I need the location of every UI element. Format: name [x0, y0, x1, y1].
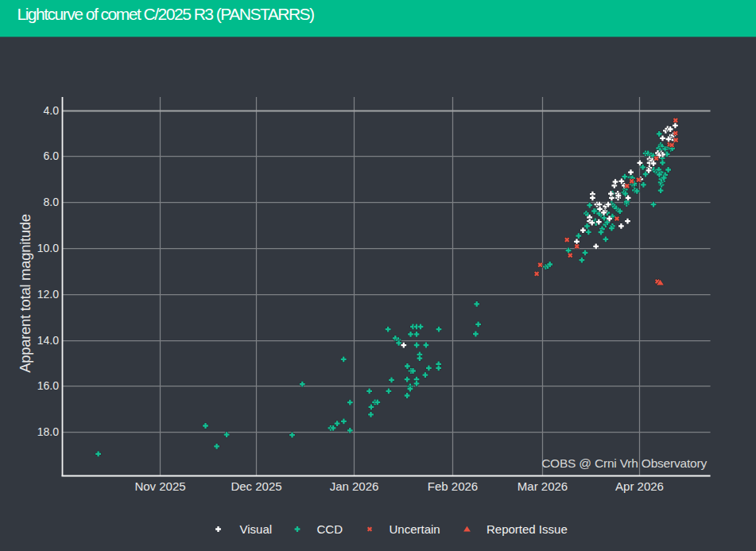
svg-text:6.0: 6.0 [44, 149, 60, 162]
svg-text:Lightcurve of comet C/2025 R3: Lightcurve of comet C/2025 R3 (PANSTARRS… [17, 5, 315, 23]
svg-text:Reported Issue: Reported Issue [487, 522, 568, 536]
svg-text:18.0: 18.0 [37, 425, 59, 438]
svg-text:16.0: 16.0 [37, 379, 59, 392]
svg-text:COBS @ Crni Vrh Observatory: COBS @ Crni Vrh Observatory [541, 456, 707, 470]
svg-text:14.0: 14.0 [37, 334, 59, 347]
svg-text:12.0: 12.0 [37, 288, 59, 301]
svg-text:CCD: CCD [317, 522, 343, 536]
svg-text:Apparent total magnitude: Apparent total magnitude [17, 214, 33, 373]
svg-text:Uncertain: Uncertain [390, 522, 440, 536]
svg-text:Nov 2025: Nov 2025 [134, 479, 185, 493]
svg-text:Mar 2026: Mar 2026 [518, 479, 568, 493]
svg-text:Apr 2026: Apr 2026 [615, 479, 664, 493]
svg-text:Jan 2026: Jan 2026 [330, 479, 379, 493]
svg-text:4.0: 4.0 [44, 104, 60, 117]
svg-text:10.0: 10.0 [37, 242, 59, 254]
svg-text:Dec 2025: Dec 2025 [231, 479, 281, 493]
svg-text:8.0: 8.0 [44, 196, 60, 208]
svg-text:Visual: Visual [240, 522, 273, 536]
svg-text:Feb 2026: Feb 2026 [428, 479, 478, 493]
